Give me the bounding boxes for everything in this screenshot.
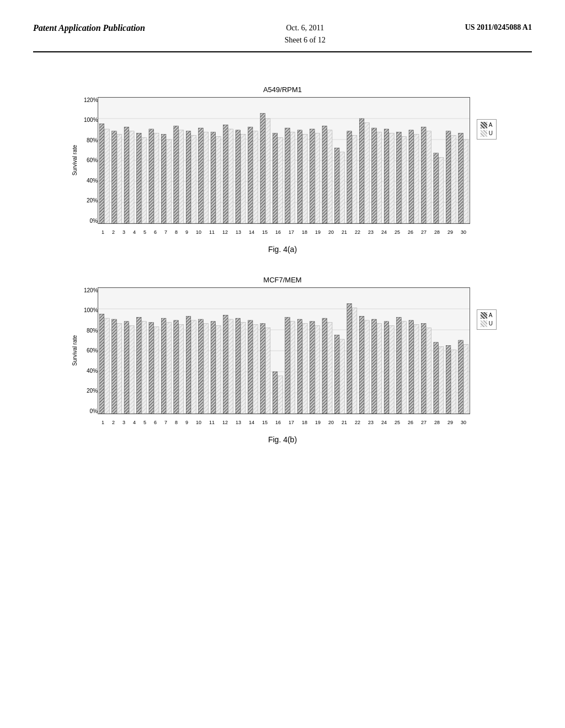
svg-rect-50: [340, 152, 345, 223]
svg-rect-130: [397, 317, 402, 414]
svg-rect-118: [322, 318, 327, 414]
svg-rect-69: [459, 133, 463, 223]
svg-rect-13: [112, 131, 117, 223]
svg-rect-21: [161, 134, 166, 223]
page: Patent Application Publication Oct. 6, 2…: [0, 0, 565, 728]
svg-rect-100: [211, 322, 216, 414]
svg-rect-138: [446, 345, 451, 414]
svg-rect-83: [105, 318, 110, 414]
fig-b-label: Fig. 4(b): [268, 435, 297, 444]
svg-rect-52: [352, 135, 357, 223]
svg-rect-47: [322, 126, 327, 223]
svg-rect-60: [402, 136, 407, 223]
svg-rect-24: [179, 130, 184, 223]
svg-rect-141: [463, 344, 468, 413]
svg-rect-44: [303, 134, 308, 223]
legend-b-u-item: U: [481, 320, 493, 327]
svg-rect-40: [278, 137, 283, 223]
legend-u-item: U: [481, 130, 493, 137]
legend-b-u-label: U: [489, 320, 493, 326]
svg-rect-41: [285, 128, 290, 223]
svg-rect-121: [340, 339, 345, 414]
svg-rect-98: [199, 319, 204, 414]
svg-rect-39: [273, 133, 278, 223]
legend-a-box: [481, 122, 487, 129]
svg-rect-49: [334, 148, 339, 223]
svg-rect-51: [347, 131, 352, 223]
svg-rect-117: [315, 325, 320, 414]
svg-rect-65: [434, 153, 439, 223]
sheet-info: Sheet 6 of 12: [285, 34, 326, 46]
chart-b-plot: [98, 287, 470, 414]
svg-rect-55: [372, 128, 377, 223]
chart-b-svg: [98, 288, 470, 414]
svg-rect-122: [347, 303, 352, 414]
legend-u-box: [481, 130, 487, 137]
svg-rect-132: [409, 320, 414, 414]
chart-b-ylabel: Survival rate: [70, 287, 81, 414]
publication-label: Patent Application Publication: [33, 22, 145, 34]
page-header: Patent Application Publication Oct. 6, 2…: [33, 22, 532, 52]
svg-rect-135: [427, 328, 431, 414]
legend-a-item: A: [481, 122, 493, 129]
chart-a-title: A549/RPM1: [263, 85, 302, 94]
svg-rect-105: [241, 322, 246, 413]
svg-rect-34: [241, 134, 246, 223]
svg-rect-92: [161, 318, 166, 414]
svg-rect-31: [223, 125, 228, 223]
svg-rect-101: [216, 325, 221, 414]
patent-number: US 2011/0245088 A1: [465, 22, 532, 33]
chart-b-section: MCF7/MEM Survival rate 120% 100% 80% 60%…: [33, 276, 532, 444]
svg-rect-127: [377, 323, 382, 413]
publication-date: Oct. 6, 2011: [285, 22, 326, 34]
svg-rect-67: [446, 131, 451, 223]
svg-rect-84: [112, 319, 117, 414]
svg-rect-109: [265, 328, 270, 414]
chart-a-yticks: 120% 100% 80% 60% 40% 20% 0%: [84, 97, 98, 224]
svg-rect-25: [186, 131, 191, 223]
svg-rect-68: [451, 135, 456, 223]
svg-rect-97: [191, 320, 196, 414]
svg-rect-53: [359, 119, 364, 223]
svg-rect-123: [352, 308, 357, 414]
svg-rect-37: [260, 113, 265, 223]
svg-rect-14: [117, 134, 122, 223]
svg-rect-58: [390, 133, 395, 223]
svg-rect-95: [179, 324, 184, 414]
svg-rect-36: [253, 131, 258, 223]
svg-rect-119: [327, 322, 332, 413]
svg-rect-111: [278, 376, 283, 413]
svg-rect-89: [142, 322, 147, 414]
svg-rect-16: [130, 131, 135, 223]
svg-rect-15: [124, 127, 129, 223]
svg-rect-48: [327, 130, 332, 223]
svg-rect-85: [117, 323, 122, 413]
svg-rect-22: [167, 140, 172, 223]
svg-rect-120: [334, 335, 339, 414]
svg-rect-66: [439, 157, 444, 223]
svg-rect-103: [228, 319, 233, 414]
svg-rect-139: [451, 350, 456, 414]
svg-rect-113: [290, 322, 295, 414]
chart-a-xticks: 1 2 3 4 5 6 7 8 9 10 11 12 13 14 15 16 1…: [98, 229, 470, 235]
svg-rect-17: [137, 133, 142, 223]
svg-rect-99: [204, 323, 209, 413]
svg-rect-104: [236, 318, 241, 414]
chart-a-container: Survival rate 120% 100% 80% 60% 40% 20% …: [67, 97, 498, 240]
legend-b-a-box: [481, 312, 487, 319]
svg-rect-87: [130, 325, 135, 414]
svg-rect-133: [414, 324, 419, 414]
chart-b-yticks: 120% 100% 80% 60% 40% 20% 0%: [84, 287, 98, 414]
legend-b-u-box: [481, 320, 487, 327]
svg-rect-63: [422, 127, 427, 223]
svg-rect-38: [265, 119, 270, 223]
svg-rect-107: [253, 324, 258, 414]
chart-a-svg: [98, 98, 470, 223]
svg-rect-93: [167, 322, 172, 413]
header-center: Oct. 6, 2011 Sheet 6 of 12: [285, 22, 326, 47]
svg-rect-140: [459, 340, 463, 414]
svg-rect-91: [154, 326, 159, 414]
svg-rect-136: [434, 342, 439, 414]
svg-rect-124: [359, 316, 364, 414]
chart-a-plot: [98, 97, 470, 224]
